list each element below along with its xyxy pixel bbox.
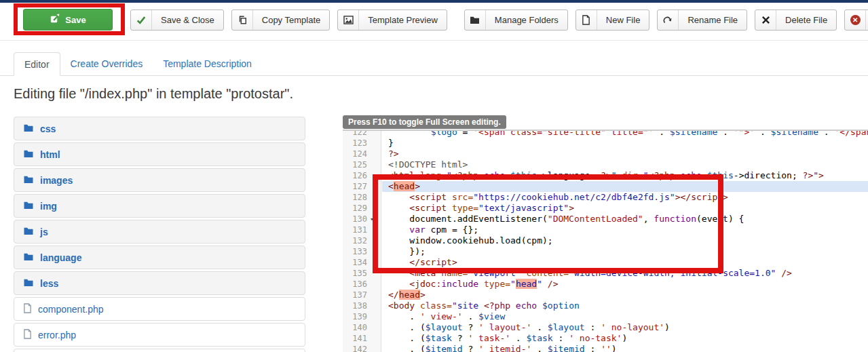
sidebar-item-html[interactable]: html: [14, 142, 305, 166]
sidebar-item-images[interactable]: images: [14, 168, 305, 192]
delete-file-button[interactable]: Delete File: [755, 9, 837, 31]
tab-template-description[interactable]: Template Description: [153, 52, 262, 76]
editor-code[interactable]: $logo = '<span class="site-title" title=…: [382, 131, 868, 352]
folder-icon: [23, 175, 34, 186]
editor-gutter[interactable]: 122123124125126127128129130▾131132133134…: [343, 131, 381, 352]
sidebar-item-component-php[interactable]: component.php: [14, 297, 305, 321]
sidebar-item-js[interactable]: js: [14, 220, 305, 243]
page-title: Editing file "/index.php" in template "p…: [14, 86, 293, 102]
new-file-icon: [576, 10, 597, 30]
save-pencil-square-icon: [50, 14, 60, 26]
template-preview-button[interactable]: Template Preview: [337, 9, 447, 31]
save-button[interactable]: Save: [23, 9, 113, 31]
copy-icon: [232, 10, 253, 30]
folder-icon: [23, 278, 34, 289]
save-and-close-button[interactable]: Save & Close: [130, 9, 224, 31]
sidebar-item-language[interactable]: language: [14, 246, 305, 269]
tab-editor[interactable]: Editor: [14, 52, 60, 76]
folder-icon: [23, 149, 34, 160]
copy-template-button[interactable]: Copy Template: [231, 9, 330, 31]
rename-file-button[interactable]: Rename File: [657, 9, 747, 31]
sidebar-item-css[interactable]: css: [14, 117, 305, 140]
image-icon: [338, 10, 359, 30]
save-button-label: Save: [65, 15, 86, 25]
tab-create-overrides[interactable]: Create Overrides: [60, 52, 153, 76]
new-file-button[interactable]: New File: [575, 9, 650, 31]
x-icon: [755, 10, 776, 30]
fullscreen-tooltip: Press F10 to toggle Full Screen editing.: [343, 115, 506, 129]
check-icon: [131, 10, 152, 30]
folder-icon: [23, 201, 34, 212]
manage-folders-button[interactable]: Manage Folders: [464, 9, 568, 31]
tab-bar: Editor Create Overrides Template Descrip…: [14, 52, 262, 76]
rename-arrow-icon: [658, 10, 679, 30]
sidebar-item-less[interactable]: less: [14, 271, 305, 295]
close-file-button[interactable]: ✕ Close File: [844, 9, 868, 31]
toolbar: Save & Close Copy Template Template Prev…: [130, 9, 868, 31]
file-icon: [23, 303, 32, 315]
toolbar-divider: [0, 40, 868, 41]
sidebar-item-partial[interactable]: [14, 349, 305, 352]
folder-icon: [23, 123, 34, 134]
folder-icon: [23, 227, 34, 237]
file-icon: [23, 329, 32, 341]
sidebar-item-img[interactable]: img: [14, 194, 305, 218]
sidebar-item-error-php[interactable]: error.php: [14, 323, 305, 347]
folder-icon: [465, 10, 486, 30]
cancel-icon: ✕: [845, 10, 866, 30]
folder-icon: [23, 252, 34, 263]
template-file-list: css html images img js language less com…: [14, 117, 305, 352]
code-editor[interactable]: 122123124125126127128129130▾131132133134…: [343, 131, 868, 352]
top-accent-bar: [0, 0, 868, 3]
